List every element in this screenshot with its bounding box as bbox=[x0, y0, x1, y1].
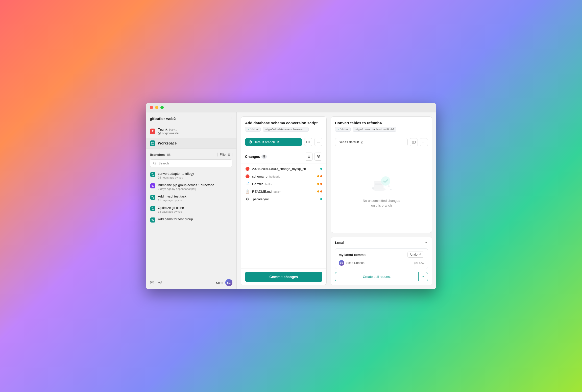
search-wrap bbox=[150, 159, 232, 167]
right-split-view-button[interactable] bbox=[410, 138, 418, 146]
file-list: 🔴 20240209144600_change_mysql_ch 🔴 schem… bbox=[241, 163, 326, 268]
filter-button[interactable]: Filter ⊞ bbox=[217, 152, 232, 157]
filter-icon: ⊞ bbox=[228, 153, 230, 156]
branch-item-3[interactable]: Optimize git clone 14 days ago by you bbox=[148, 204, 234, 215]
indicator-teal-4 bbox=[320, 198, 322, 200]
svg-point-40 bbox=[388, 185, 390, 187]
minimize-button[interactable] bbox=[155, 106, 158, 109]
tree-view-icon bbox=[317, 155, 320, 158]
trunk-status: busy... bbox=[169, 128, 177, 131]
left-panel-title: Add database schema conversion script bbox=[245, 121, 322, 125]
default-branch-button[interactable]: Default branch bbox=[245, 138, 302, 146]
branch-item-1[interactable]: Bump the pip group across 1 directorie..… bbox=[148, 181, 234, 192]
right-origin-badge: origin/convert-tables-to-utf8mb4 bbox=[353, 127, 396, 132]
svg-point-5 bbox=[152, 174, 153, 174]
virtual-badge-icon: ⊿ bbox=[247, 128, 249, 131]
branch-name-3: Optimize git clone bbox=[158, 206, 232, 210]
author-avatar: SC bbox=[339, 260, 344, 266]
file-name-3: README.md butler bbox=[252, 190, 315, 193]
commit-card: my latest commit Undo ↺ SC Scott Chacon bbox=[335, 248, 428, 269]
indicator-orange-1 bbox=[320, 175, 322, 177]
indicator-yellow-3 bbox=[317, 190, 319, 192]
settings-icon[interactable] bbox=[158, 280, 162, 285]
trunk-info: Trunk busy... origin/master bbox=[158, 128, 232, 135]
branch-name-2: Add mysql test task bbox=[158, 194, 232, 198]
repo-chevron-icon: ⌃ bbox=[230, 117, 232, 120]
svg-point-38 bbox=[381, 176, 390, 186]
branch-meta-1: 2 days ago by dependabot[bot] bbox=[158, 187, 232, 190]
file-item-4[interactable]: ⚙ .pscale.yml bbox=[241, 195, 326, 203]
branch-item-0[interactable]: convert adapter to trilogy 24 hours ago … bbox=[148, 170, 234, 181]
branch-item-4[interactable]: Add gems for test group bbox=[148, 215, 234, 225]
svg-point-39 bbox=[372, 187, 374, 189]
file-item-3[interactable]: 📋 README.md butler bbox=[241, 188, 326, 195]
tree-view-button[interactable] bbox=[314, 153, 322, 161]
right-panel: Convert tables to utf8mb4 ⊿ Virtual orig… bbox=[331, 116, 432, 285]
split-view-button[interactable] bbox=[304, 138, 312, 146]
svg-point-11 bbox=[152, 208, 153, 208]
workspace-icon bbox=[150, 140, 155, 146]
file-indicators-0 bbox=[320, 168, 322, 170]
indicator-orange-3 bbox=[320, 190, 322, 192]
indicator-orange-2 bbox=[320, 183, 322, 185]
default-branch-label: Default branch bbox=[254, 140, 275, 144]
right-virtual-icon: ⊿ bbox=[337, 128, 339, 131]
window-chrome bbox=[146, 103, 436, 112]
left-panel-badges: ⊿ Virtual origin/add-database-schema-co.… bbox=[245, 127, 322, 132]
right-more-options-button[interactable]: ··· bbox=[420, 138, 428, 146]
changes-view-icons bbox=[305, 153, 322, 161]
author-name: Scott Chacon bbox=[346, 261, 365, 265]
file-item-2[interactable]: 📄 Gemfile butler bbox=[241, 180, 326, 188]
file-icon-1: 🔴 bbox=[245, 174, 250, 178]
repo-header[interactable]: gitbutler-web2 ⌃ bbox=[146, 112, 236, 125]
more-options-button[interactable]: ··· bbox=[314, 138, 322, 146]
commit-top: my latest commit Undo ↺ bbox=[339, 252, 424, 258]
file-name-1: schema.rb butler/db bbox=[252, 175, 315, 178]
right-split-icon bbox=[412, 140, 416, 144]
more-options-icon: ··· bbox=[317, 140, 320, 144]
commit-message: my latest commit bbox=[339, 253, 366, 257]
svg-rect-26 bbox=[319, 157, 320, 158]
left-branch-panel: Add database schema conversion script ⊿ … bbox=[241, 116, 327, 285]
close-button[interactable] bbox=[150, 106, 153, 109]
undo-icon: ↺ bbox=[419, 253, 421, 256]
window-body: gitbutler-web2 ⌃ T Trunk busy... origin/… bbox=[146, 112, 436, 289]
maximize-button[interactable] bbox=[160, 106, 164, 109]
pr-dropdown-button[interactable] bbox=[418, 272, 428, 281]
branch-icon-2 bbox=[150, 195, 155, 200]
mail-icon[interactable] bbox=[150, 280, 154, 285]
create-pull-request-button[interactable]: Create pull request bbox=[335, 272, 418, 281]
trunk-item[interactable]: T Trunk busy... origin/master bbox=[146, 125, 236, 138]
svg-point-30 bbox=[361, 141, 363, 143]
commit-changes-button[interactable]: Commit changes bbox=[245, 272, 322, 282]
trunk-title: Trunk busy... bbox=[158, 128, 232, 132]
search-input[interactable] bbox=[158, 161, 229, 165]
undo-button[interactable]: Undo ↺ bbox=[407, 252, 424, 258]
file-item-1[interactable]: 🔴 schema.rb butler/db bbox=[241, 173, 326, 180]
branch-meta-0: 24 hours ago by you bbox=[158, 176, 232, 179]
workspace-label: Workspace bbox=[158, 141, 177, 145]
empty-changes: No uncommitted changes on this branch bbox=[331, 149, 432, 233]
commit-author: SC Scott Chacon just now bbox=[339, 260, 424, 266]
repo-name: gitbutler-web2 bbox=[150, 116, 176, 121]
branch-name-1: Bump the pip group across 1 directorie..… bbox=[158, 183, 232, 187]
list-view-icon bbox=[307, 155, 310, 158]
list-view-button[interactable] bbox=[305, 153, 313, 161]
virtual-badge: ⊿ Virtual bbox=[245, 127, 261, 132]
left-panel-actions: Default branch ··· bbox=[241, 135, 326, 149]
branch-item-2[interactable]: Add mysql test task 11 days ago by you bbox=[148, 192, 234, 204]
file-item-0[interactable]: 🔴 20240209144600_change_mysql_ch bbox=[241, 165, 326, 173]
branch-meta-3: 14 days ago by you bbox=[158, 210, 232, 213]
set-default-icon bbox=[360, 141, 363, 144]
changes-count: 5 bbox=[261, 155, 267, 159]
workspace-item[interactable]: Workspace bbox=[146, 138, 236, 149]
set-as-default-button[interactable]: Set as default bbox=[335, 138, 408, 146]
trunk-origin: origin/master bbox=[158, 132, 232, 135]
svg-point-12 bbox=[153, 209, 154, 210]
file-indicators-2 bbox=[317, 183, 322, 185]
file-icon-3: 📋 bbox=[245, 189, 250, 193]
username: Scott bbox=[216, 281, 223, 285]
local-header[interactable]: Local bbox=[331, 237, 432, 248]
indicator-yellow-1 bbox=[317, 175, 319, 177]
file-owner-3: butler bbox=[274, 190, 281, 193]
